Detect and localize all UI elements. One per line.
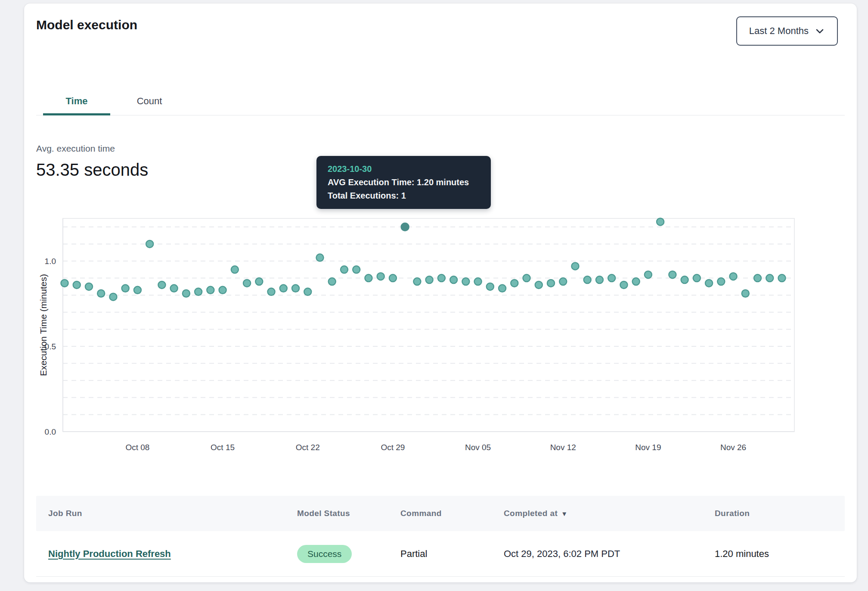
job-run-link-cell: Nightly Production Refresh [48,548,297,560]
date-range-dropdown[interactable]: Last 2 Months [736,16,838,46]
completed-at-cell: Oct 29, 2023, 6:02 PM PDT [504,548,715,560]
data-point[interactable] [389,274,397,282]
data-point[interactable] [377,273,384,280]
data-point[interactable] [438,274,445,282]
data-point[interactable] [280,285,287,292]
tab-count[interactable]: Count [121,89,177,115]
x-tick-label: Oct 29 [381,443,405,452]
job-runs-table: Job Run Model Status Command Completed a… [36,496,845,577]
data-point[interactable] [730,273,737,280]
data-point[interactable] [195,288,202,296]
data-point[interactable] [426,276,433,283]
data-point[interactable] [365,274,372,282]
column-header-job-run: Job Run [48,509,297,518]
data-point[interactable] [304,288,311,296]
data-point[interactable] [523,274,530,282]
sort-desc-icon: ▼ [561,510,567,517]
y-tick-label: 0.0 [45,427,56,436]
model-status-cell: Success [297,545,400,563]
chart-tabs: Time Count [36,89,845,115]
data-point[interactable] [85,283,93,290]
x-tick-label: Nov 05 [465,443,491,452]
duration-cell: 1.20 minutes [715,548,833,560]
table-header-row: Job Run Model Status Command Completed a… [36,496,845,531]
data-point[interactable] [620,281,627,289]
model-execution-panel: Model execution Last 2 Months Time Count… [24,3,857,582]
y-tick-label: 1.0 [45,257,56,266]
page-title: Model execution [36,16,137,34]
data-point[interactable] [292,285,299,292]
data-point[interactable] [705,280,713,287]
data-point[interactable] [61,280,68,287]
x-tick-label: Nov 19 [635,443,661,452]
column-header-duration: Duration [715,509,833,518]
status-badge: Success [297,545,352,563]
data-point[interactable] [766,274,773,282]
data-point[interactable] [316,254,323,261]
y-axis-label: Execution Time (minutes) [38,274,48,376]
data-point[interactable] [341,266,348,273]
stat-label: Avg. execution time [36,143,845,154]
x-tick-label: Nov 12 [550,443,576,452]
data-point[interactable] [219,286,226,294]
data-point[interactable] [134,286,141,294]
data-point[interactable] [462,278,469,285]
data-point[interactable] [268,288,275,296]
data-point[interactable] [559,278,567,285]
data-point[interactable] [170,285,178,292]
data-point[interactable] [73,281,81,289]
data-point[interactable] [450,276,457,283]
data-point[interactable] [231,266,239,273]
data-point[interactable] [608,274,615,282]
job-run-link[interactable]: Nightly Production Refresh [48,548,171,559]
data-point[interactable] [657,218,664,225]
chart-tooltip: 2023-10-30 AVG Execution Time: 1.20 minu… [316,156,491,209]
data-point[interactable] [109,293,117,301]
data-point[interactable] [584,276,591,283]
data-point[interactable] [596,276,603,283]
data-point[interactable] [511,280,518,287]
data-point[interactable] [183,290,190,297]
data-point-highlighted[interactable] [401,223,409,231]
column-header-completed-at[interactable]: Completed at ▼ [504,509,715,518]
data-point[interactable] [669,271,676,278]
data-point[interactable] [158,281,165,289]
data-point[interactable] [499,285,506,292]
data-point[interactable] [535,281,542,289]
x-tick-label: Oct 22 [296,443,320,452]
data-point[interactable] [474,278,482,285]
data-point[interactable] [122,285,129,292]
table-row: Nightly Production Refresh Success Parti… [36,531,845,577]
data-point[interactable] [353,266,360,273]
data-point[interactable] [632,278,640,285]
tooltip-avg-time: AVG Execution Time: 1.20 minutes [328,176,480,189]
data-point[interactable] [693,274,701,282]
x-tick-label: Nov 26 [720,443,746,452]
data-point[interactable] [754,274,761,282]
date-range-value: Last 2 Months [749,25,809,37]
data-point[interactable] [571,262,579,270]
data-point[interactable] [97,290,105,297]
plot-border [63,218,794,432]
data-point[interactable] [487,283,494,290]
data-point[interactable] [243,280,251,287]
data-point[interactable] [329,278,336,285]
data-point[interactable] [413,278,421,285]
panel-header: Model execution Last 2 Months [36,16,845,46]
data-point[interactable] [547,280,555,287]
data-point[interactable] [681,276,688,283]
data-point[interactable] [146,240,153,248]
x-tick-label: Oct 15 [211,443,235,452]
x-tick-label: Oct 08 [125,443,149,452]
column-header-command: Command [400,509,504,518]
tooltip-date: 2023-10-30 [328,162,480,176]
data-point[interactable] [717,278,725,285]
data-point[interactable] [645,271,652,278]
execution-time-chart[interactable]: 0.00.51.0Oct 08Oct 15Oct 22Oct 29Nov 05N… [36,214,845,473]
tab-time[interactable]: Time [43,89,110,115]
scatter-plot[interactable]: 0.00.51.0Oct 08Oct 15Oct 22Oct 29Nov 05N… [36,214,845,473]
data-point[interactable] [742,290,749,297]
data-point[interactable] [207,286,214,294]
data-point[interactable] [255,278,263,285]
data-point[interactable] [778,274,786,282]
